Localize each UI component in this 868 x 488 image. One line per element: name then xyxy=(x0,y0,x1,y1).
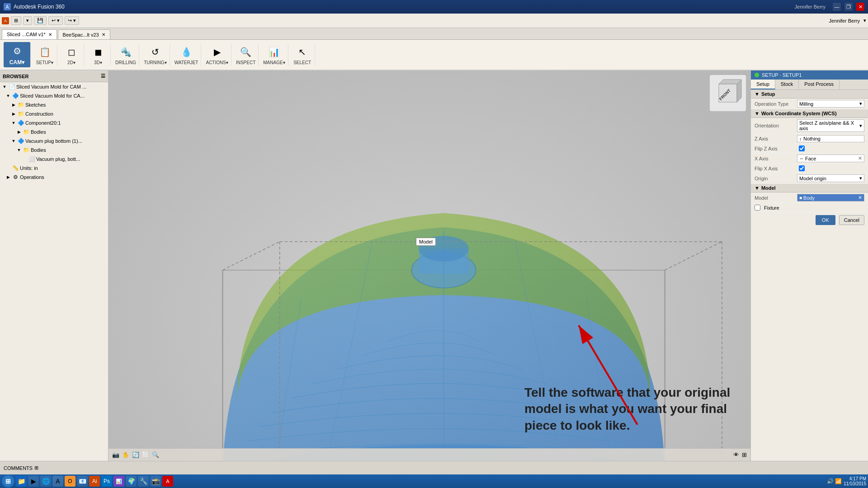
camera-tool[interactable]: 📷 xyxy=(112,451,119,458)
tree-item-component20[interactable]: ▼ 🔷 Component20:1 xyxy=(0,118,108,127)
user-menu-arrow[interactable]: ▾ xyxy=(863,18,866,23)
taskbar-app9[interactable]: 🌍 xyxy=(126,476,137,487)
operation-type-label: Operation Type xyxy=(755,101,795,107)
model-section-header[interactable]: ▼ Model xyxy=(751,184,868,192)
3d-label: 3D▾ xyxy=(94,60,102,65)
setup-section-header[interactable]: ▼ Setup xyxy=(751,90,868,99)
tab-cam[interactable]: Sliced ...CAM v1* ✕ xyxy=(2,29,57,39)
operation-type-row: Operation Type Milling ▾ xyxy=(751,99,868,109)
restore-button[interactable]: ❐ xyxy=(844,3,853,11)
xaxis-icon: ↔ xyxy=(799,156,804,161)
viewport-tools-right: 👁 ⊞ xyxy=(733,451,747,458)
taskbar-app3[interactable]: A xyxy=(52,476,63,487)
inspect-tool[interactable]: 🔍 INSPECT xyxy=(233,44,259,66)
select-tool[interactable]: ↖ SELECT xyxy=(290,44,315,66)
taskbar-app7[interactable]: Ps xyxy=(101,476,112,487)
3d-viewport[interactable]: Model FRONT 📷 ✋ 🔄 ⬜ 🔍 xyxy=(108,70,750,461)
turning-tool[interactable]: ↺ TURNING▾ xyxy=(141,44,170,66)
wcs-section-header[interactable]: ▼ Work Coordinate System (WCS) xyxy=(751,109,868,118)
zoom-fit-tool[interactable]: ⬜ xyxy=(142,451,149,458)
xaxis-value[interactable]: ↔ Face ✕ xyxy=(797,155,864,162)
save-button[interactable]: 💾 xyxy=(34,16,47,25)
tab-beespace[interactable]: BeeSpac...lt v23 ✕ xyxy=(58,29,110,39)
browser-menu-icon[interactable]: ☰ xyxy=(101,73,105,79)
expand-arrow[interactable]: ▼ xyxy=(5,93,11,99)
view-cube[interactable]: FRONT xyxy=(710,75,746,111)
tree-item-vacuumplug[interactable]: ▼ 🔷 Vacuum plug bottom (1)... xyxy=(0,136,108,145)
comments-expand[interactable]: ⊞ xyxy=(34,465,38,471)
tree-label-sketches: Sketches xyxy=(25,102,106,108)
taskbar-app1[interactable]: ▶ xyxy=(28,476,39,487)
tree-item-construction[interactable]: ▶ 📁 Construction xyxy=(0,109,108,118)
redo-button[interactable]: ↪ ▾ xyxy=(65,16,79,25)
fixture-checkbox[interactable] xyxy=(755,205,760,211)
tab-postprocess[interactable]: Post Process xyxy=(799,80,840,89)
taskbar-app2[interactable]: 🌐 xyxy=(40,476,51,487)
grid-tool[interactable]: ⊞ xyxy=(742,451,747,458)
model-clear[interactable]: ✕ xyxy=(858,195,862,201)
actions-tool[interactable]: ▶ ACTIONS▾ xyxy=(203,44,231,66)
taskbar-explorer[interactable]: 📁 xyxy=(16,476,27,487)
model-value[interactable]: ■ Body ✕ xyxy=(797,194,864,202)
pan-tool[interactable]: ✋ xyxy=(122,451,129,458)
tree-item-component-root[interactable]: ▼ 🔷 Sliced Vacuum Mold for CA... xyxy=(0,91,108,100)
taskbar-app12[interactable]: A xyxy=(162,476,173,487)
expand-arrow-operations[interactable]: ▶ xyxy=(5,174,11,180)
grid-menu-button[interactable]: ⊞ xyxy=(11,16,21,25)
tree-item-root[interactable]: ▼ 📄 Sliced Vacuum Mold for CAM ... xyxy=(0,82,108,91)
minimize-button[interactable]: — xyxy=(833,3,841,11)
taskbar-app4[interactable]: O xyxy=(65,476,75,487)
expand-arrow-bodies1[interactable]: ▶ xyxy=(16,129,22,135)
tree-item-units[interactable]: 📏 Units: in xyxy=(0,164,108,173)
expand-arrow-bodies2[interactable]: ▼ xyxy=(16,147,22,153)
tab-beespace-close[interactable]: ✕ xyxy=(102,32,105,37)
cam-menu[interactable]: ⚙ CAM▾ xyxy=(4,42,31,67)
zaxis-value[interactable]: ↕ Nothing xyxy=(797,135,864,142)
flipx-checkbox[interactable] xyxy=(799,165,805,171)
waterjet-tool[interactable]: 💧 WATERJET xyxy=(172,44,202,66)
drilling-tool[interactable]: 🔩 DRILLING xyxy=(113,44,139,66)
taskbar-app11[interactable]: 📸 xyxy=(150,476,161,487)
origin-value[interactable]: Model origin ▾ xyxy=(797,174,864,182)
taskbar-app6[interactable]: Ai xyxy=(89,476,100,487)
expand-arrow-component20[interactable]: ▼ xyxy=(11,120,16,126)
operations-icon: ⚙ xyxy=(12,174,19,181)
tree-item-sketches[interactable]: ▶ 📁 Sketches xyxy=(0,100,108,109)
tree-item-operations[interactable]: ▶ ⚙ Operations xyxy=(0,173,108,182)
tree-item-bodies1[interactable]: ▶ 📁 Bodies xyxy=(0,127,108,136)
taskbar-app10[interactable]: 🔧 xyxy=(138,476,149,487)
orientation-value[interactable]: Select Z axis/plane && X axis ▾ xyxy=(797,119,864,132)
cancel-button[interactable]: Cancel xyxy=(839,215,864,225)
close-button[interactable]: ✕ xyxy=(856,3,864,11)
zoom-tool[interactable]: 🔍 xyxy=(152,451,159,458)
flipz-checkbox[interactable] xyxy=(799,145,805,151)
file-menu-button[interactable]: ▾ xyxy=(23,16,32,25)
undo-button[interactable]: ↩ ▾ xyxy=(48,16,63,25)
expand-arrow[interactable]: ▼ xyxy=(2,84,7,89)
zaxis-row: Z Axis ↕ Nothing xyxy=(751,134,868,144)
start-button[interactable]: ⊞ xyxy=(2,475,14,488)
display-tool[interactable]: 👁 xyxy=(733,451,739,458)
orbit-tool[interactable]: 🔄 xyxy=(132,451,139,458)
tree-item-bodies2[interactable]: ▼ 📁 Bodies xyxy=(0,145,108,155)
tab-cam-close[interactable]: ✕ xyxy=(48,32,52,37)
tab-setup[interactable]: Setup xyxy=(751,80,775,89)
bodies2-icon: 📁 xyxy=(23,146,30,154)
expand-arrow-vacuumplug-body xyxy=(22,156,27,162)
ok-button[interactable]: OK xyxy=(816,215,835,225)
tree-item-vacuumplug-body[interactable]: ⬜ Vacuum plug, bott... xyxy=(0,155,108,164)
app-title: Autodesk Fusion 360 xyxy=(14,4,65,10)
expand-arrow-construction[interactable]: ▶ xyxy=(11,111,16,117)
3d-tool[interactable]: ◼ 3D▾ xyxy=(86,44,111,66)
2d-tool[interactable]: ◻ 2D▾ xyxy=(59,44,84,66)
taskbar-app5[interactable]: 📧 xyxy=(77,476,88,487)
main-area: BROWSER ☰ ▼ 📄 Sliced Vacuum Mold for CAM… xyxy=(0,70,868,461)
xaxis-clear[interactable]: ✕ xyxy=(858,155,862,161)
setup-tool[interactable]: 📋 SETUP▾ xyxy=(33,44,57,66)
expand-arrow-vacuumplug[interactable]: ▼ xyxy=(11,138,16,144)
taskbar-app8[interactable]: 📊 xyxy=(113,476,124,487)
operation-type-value[interactable]: Milling ▾ xyxy=(797,100,864,108)
manage-tool[interactable]: 📊 MANAGE▾ xyxy=(260,44,288,66)
expand-arrow-sketches[interactable]: ▶ xyxy=(11,102,16,108)
tab-stock[interactable]: Stock xyxy=(775,80,799,89)
